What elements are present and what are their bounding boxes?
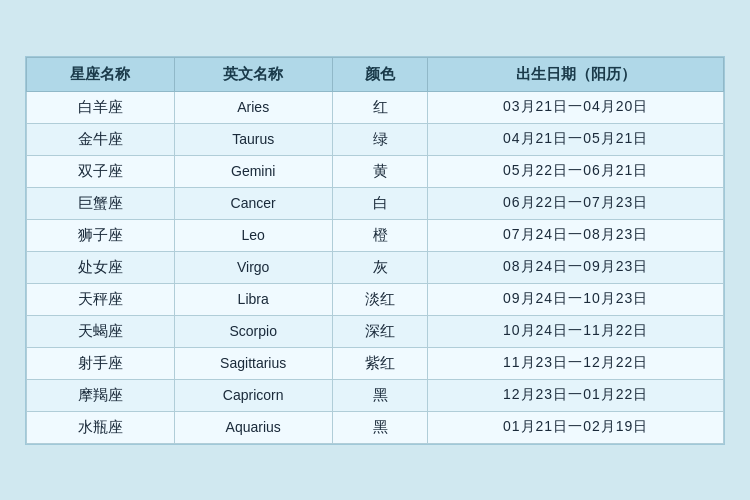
cell-english-name: Capricorn: [174, 379, 332, 411]
cell-color: 白: [332, 187, 427, 219]
table-header-row: 星座名称 英文名称 颜色 出生日期（阳历）: [27, 57, 724, 91]
cell-english-name: Cancer: [174, 187, 332, 219]
table-row: 处女座Virgo灰08月24日一09月23日: [27, 251, 724, 283]
cell-dates: 10月24日一11月22日: [428, 315, 724, 347]
cell-chinese-name: 金牛座: [27, 123, 175, 155]
cell-english-name: Gemini: [174, 155, 332, 187]
cell-english-name: Virgo: [174, 251, 332, 283]
cell-chinese-name: 双子座: [27, 155, 175, 187]
cell-english-name: Leo: [174, 219, 332, 251]
table-row: 天蝎座Scorpio深红10月24日一11月22日: [27, 315, 724, 347]
cell-color: 淡红: [332, 283, 427, 315]
table-row: 狮子座Leo橙07月24日一08月23日: [27, 219, 724, 251]
cell-english-name: Libra: [174, 283, 332, 315]
table-row: 射手座Sagittarius紫红11月23日一12月22日: [27, 347, 724, 379]
table-row: 水瓶座Aquarius黑01月21日一02月19日: [27, 411, 724, 443]
cell-color: 黑: [332, 411, 427, 443]
col-header-english: 英文名称: [174, 57, 332, 91]
cell-english-name: Scorpio: [174, 315, 332, 347]
cell-dates: 06月22日一07月23日: [428, 187, 724, 219]
cell-chinese-name: 水瓶座: [27, 411, 175, 443]
cell-dates: 09月24日一10月23日: [428, 283, 724, 315]
table-row: 摩羯座Capricorn黑12月23日一01月22日: [27, 379, 724, 411]
cell-chinese-name: 天蝎座: [27, 315, 175, 347]
cell-english-name: Taurus: [174, 123, 332, 155]
table-row: 巨蟹座Cancer白06月22日一07月23日: [27, 187, 724, 219]
cell-color: 绿: [332, 123, 427, 155]
cell-color: 黄: [332, 155, 427, 187]
col-header-color: 颜色: [332, 57, 427, 91]
zodiac-table: 星座名称 英文名称 颜色 出生日期（阳历） 白羊座Aries红03月21日一04…: [26, 57, 724, 444]
cell-dates: 12月23日一01月22日: [428, 379, 724, 411]
cell-dates: 03月21日一04月20日: [428, 91, 724, 123]
cell-color: 灰: [332, 251, 427, 283]
table-row: 白羊座Aries红03月21日一04月20日: [27, 91, 724, 123]
cell-dates: 08月24日一09月23日: [428, 251, 724, 283]
zodiac-table-container: 星座名称 英文名称 颜色 出生日期（阳历） 白羊座Aries红03月21日一04…: [25, 56, 725, 445]
table-row: 金牛座Taurus绿04月21日一05月21日: [27, 123, 724, 155]
table-row: 双子座Gemini黄05月22日一06月21日: [27, 155, 724, 187]
col-header-chinese: 星座名称: [27, 57, 175, 91]
cell-chinese-name: 巨蟹座: [27, 187, 175, 219]
cell-english-name: Aries: [174, 91, 332, 123]
col-header-dates: 出生日期（阳历）: [428, 57, 724, 91]
cell-chinese-name: 处女座: [27, 251, 175, 283]
cell-color: 深红: [332, 315, 427, 347]
cell-dates: 04月21日一05月21日: [428, 123, 724, 155]
cell-chinese-name: 天秤座: [27, 283, 175, 315]
cell-chinese-name: 摩羯座: [27, 379, 175, 411]
cell-dates: 01月21日一02月19日: [428, 411, 724, 443]
cell-chinese-name: 狮子座: [27, 219, 175, 251]
cell-color: 红: [332, 91, 427, 123]
cell-chinese-name: 白羊座: [27, 91, 175, 123]
cell-color: 橙: [332, 219, 427, 251]
cell-english-name: Sagittarius: [174, 347, 332, 379]
cell-dates: 11月23日一12月22日: [428, 347, 724, 379]
table-row: 天秤座Libra淡红09月24日一10月23日: [27, 283, 724, 315]
cell-color: 紫红: [332, 347, 427, 379]
cell-dates: 05月22日一06月21日: [428, 155, 724, 187]
cell-dates: 07月24日一08月23日: [428, 219, 724, 251]
table-body: 白羊座Aries红03月21日一04月20日金牛座Taurus绿04月21日一0…: [27, 91, 724, 443]
cell-chinese-name: 射手座: [27, 347, 175, 379]
cell-color: 黑: [332, 379, 427, 411]
cell-english-name: Aquarius: [174, 411, 332, 443]
